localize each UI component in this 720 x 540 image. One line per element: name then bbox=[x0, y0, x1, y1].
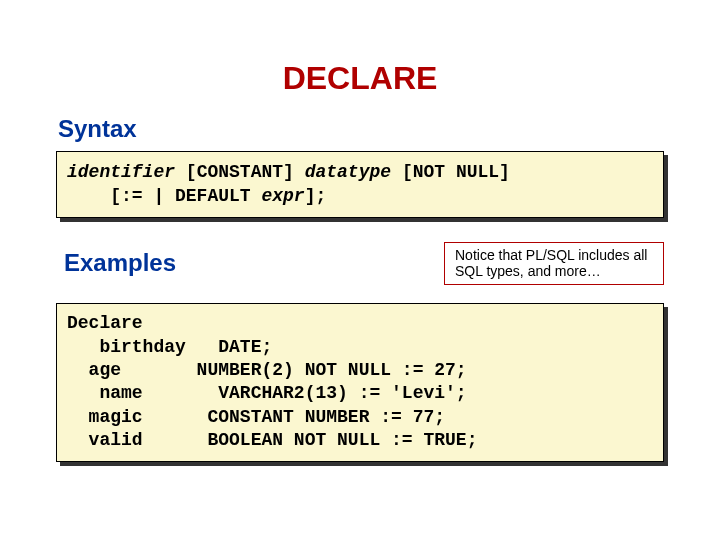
examples-box: Declare birthday DATE; age NUMBER(2) NOT… bbox=[56, 303, 664, 461]
notice-box: Notice that PL/SQL includes all SQL type… bbox=[444, 242, 664, 286]
examples-code: Declare birthday DATE; age NUMBER(2) NOT… bbox=[67, 312, 653, 452]
slide: DECLARE Syntax identifier [CONSTANT] dat… bbox=[0, 0, 720, 540]
examples-label: Examples bbox=[64, 249, 176, 277]
syntax-line2-pre: [:= | DEFAULT bbox=[67, 186, 261, 206]
syntax-box: identifier [CONSTANT] datatype [NOT NULL… bbox=[56, 151, 664, 218]
syntax-label: Syntax bbox=[58, 115, 670, 143]
syntax-expr: expr bbox=[261, 186, 304, 206]
syntax-line2-post: ]; bbox=[305, 186, 327, 206]
examples-row: Examples Notice that PL/SQL includes all… bbox=[56, 242, 664, 286]
page-title: DECLARE bbox=[50, 60, 670, 97]
syntax-notnull: [NOT NULL] bbox=[391, 162, 510, 182]
syntax-constant: [CONSTANT] bbox=[175, 162, 305, 182]
syntax-text: identifier [CONSTANT] datatype [NOT NULL… bbox=[67, 160, 653, 209]
syntax-identifier: identifier bbox=[67, 162, 175, 182]
syntax-datatype: datatype bbox=[305, 162, 391, 182]
